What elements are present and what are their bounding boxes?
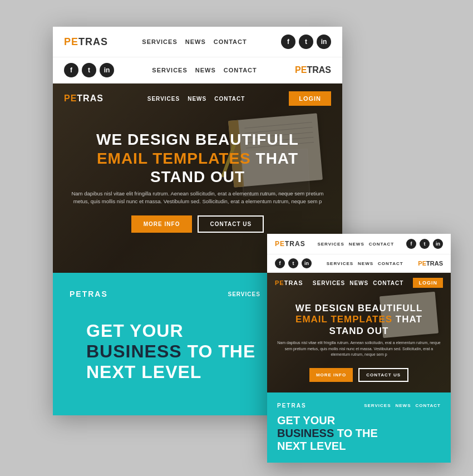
hero-subtitle: Nam dapibus nisl vitae elit fringilla ru… bbox=[70, 190, 326, 206]
sm-nav-contact-2[interactable]: CONTACT bbox=[378, 261, 403, 266]
sm-hero-subtitle: Nam dapibus nisl vitae elit fringilla ru… bbox=[277, 340, 441, 358]
contact-us-button[interactable]: CONTACT US bbox=[198, 215, 264, 233]
sm-hero-section: PETRAS SERVICES NEWS CONTACT LOGIN WE DE… bbox=[267, 273, 451, 392]
nav-services-2[interactable]: SERVICES bbox=[152, 67, 187, 73]
linkedin-icon[interactable]: in bbox=[317, 35, 331, 49]
logo-hero: PETRAS bbox=[64, 94, 104, 104]
sm-facebook-icon[interactable]: f bbox=[406, 239, 416, 249]
sm-hero-title: WE DESIGN BEAUTIFULL EMAIL TEMPLATES THA… bbox=[277, 303, 441, 337]
sm-contact-us-button[interactable]: CONTACT US bbox=[358, 368, 408, 382]
teal-brand: PETRAS bbox=[70, 289, 108, 298]
nav-second-white: f t in SERVICES NEWS CONTACT PETRAS bbox=[53, 57, 342, 84]
nav-links-second: SERVICES NEWS CONTACT bbox=[152, 67, 257, 73]
nav-links-top: SERVICES NEWS CONTACT bbox=[142, 38, 247, 45]
sm-social-icons-top: f t in bbox=[406, 239, 443, 249]
sm-hero-title-line1: WE DESIGN BEAUTIFULL bbox=[295, 303, 423, 313]
sm-teal-nav-links: SERVICES NEWS CONTACT bbox=[364, 403, 441, 408]
hero-title: WE DESIGN BEAUTIFULL EMAIL TEMPLATES THA… bbox=[70, 130, 326, 187]
sm-teal-tagline-line2: BUSINESS TO THE bbox=[277, 427, 441, 440]
sm-teal-nav: PETRAS SERVICES NEWS CONTACT bbox=[277, 403, 441, 409]
facebook-icon-2[interactable]: f bbox=[64, 63, 78, 77]
social-icons-top: f t in bbox=[281, 35, 331, 49]
sm-teal-nav-contact[interactable]: CONTACT bbox=[415, 403, 441, 408]
hero-title-line3: STAND OUT bbox=[150, 168, 245, 185]
sm-hero-nav-contact[interactable]: CONTACT bbox=[373, 280, 403, 286]
sm-nav-second-white: f t in SERVICES NEWS CONTACT PETRAS bbox=[267, 254, 451, 273]
hero-title-line1: WE DESIGN BEAUTIFULL bbox=[96, 131, 299, 148]
sm-hero-title-that: THAT bbox=[392, 314, 422, 325]
sm-hero-nav: PETRAS SERVICES NEWS CONTACT LOGIN bbox=[267, 273, 451, 293]
hero-nav-news[interactable]: NEWS bbox=[188, 96, 206, 102]
nav-contact[interactable]: CONTACT bbox=[214, 38, 247, 45]
sm-teal-nav-services[interactable]: SERVICES bbox=[364, 403, 391, 408]
sm-social-icons-second: f t in bbox=[275, 258, 312, 268]
sm-nav-news[interactable]: NEWS bbox=[349, 242, 364, 247]
sm-teal-tagline-business: BUSINESS bbox=[277, 427, 334, 439]
sm-teal-tagline-line3: NEXT LEVEL bbox=[277, 440, 441, 453]
nav-top-white: PETRAS SERVICES NEWS CONTACT f t in bbox=[53, 27, 342, 57]
sm-hero-nav-news[interactable]: NEWS bbox=[349, 280, 368, 286]
sm-more-info-button[interactable]: MORE INFO bbox=[309, 368, 353, 382]
hero-buttons: MORE INFO CONTACT US bbox=[70, 215, 326, 233]
sm-teal-tagline-line1: GET YOUR bbox=[277, 414, 441, 427]
nav-news-2[interactable]: NEWS bbox=[195, 67, 216, 73]
sm-hero-title-orange: EMAIL TEMPLATES bbox=[295, 314, 392, 325]
sm-twitter-icon[interactable]: t bbox=[420, 239, 430, 249]
sm-linkedin-icon[interactable]: in bbox=[433, 239, 443, 249]
sm-hero-nav-services[interactable]: SERVICES bbox=[313, 280, 345, 286]
logo-large-top: PETRAS bbox=[64, 36, 108, 48]
sm-nav-services-2[interactable]: SERVICES bbox=[327, 261, 353, 266]
hero-nav-services[interactable]: SERVICES bbox=[147, 96, 180, 102]
twitter-icon[interactable]: t bbox=[299, 35, 313, 49]
logo-large-second: PETRAS bbox=[295, 65, 331, 75]
canvas: PETRAS SERVICES NEWS CONTACT f t in f t … bbox=[0, 0, 473, 476]
linkedin-icon-2[interactable]: in bbox=[100, 63, 114, 77]
teal-tagline-tothe: TO THE bbox=[182, 341, 256, 361]
nav-news[interactable]: NEWS bbox=[185, 38, 206, 45]
twitter-icon-2[interactable]: t bbox=[82, 63, 96, 77]
sm-teal-brand: PETRAS bbox=[277, 403, 307, 409]
sm-logo-second: PETRAS bbox=[418, 260, 443, 267]
teal-nav-services[interactable]: SERVICES bbox=[228, 291, 260, 297]
hero-title-orange: EMAIL TEMPLATES bbox=[97, 150, 251, 167]
nav-services[interactable]: SERVICES bbox=[142, 38, 177, 45]
sm-hero-title-line3: STAND OUT bbox=[329, 326, 389, 336]
hero-nav-contact[interactable]: CONTACT bbox=[214, 96, 245, 102]
sm-hero-content: WE DESIGN BEAUTIFULL EMAIL TEMPLATES THA… bbox=[267, 293, 451, 390]
login-button[interactable]: LOGIN bbox=[289, 91, 331, 106]
sm-teal-tagline-tothe: TO THE bbox=[334, 427, 378, 439]
sm-hero-buttons: MORE INFO CONTACT US bbox=[277, 368, 441, 382]
sm-linkedin-icon-2[interactable]: in bbox=[302, 258, 312, 268]
sm-nav-contact[interactable]: CONTACT bbox=[369, 242, 395, 247]
mockup-small: PETRAS SERVICES NEWS CONTACT f t in f t … bbox=[267, 234, 451, 463]
sm-teal-section: PETRAS SERVICES NEWS CONTACT GET YOUR BU… bbox=[267, 392, 451, 463]
sm-teal-nav-news[interactable]: NEWS bbox=[395, 403, 411, 408]
sm-teal-tagline: GET YOUR BUSINESS TO THE NEXT LEVEL bbox=[277, 414, 441, 453]
social-icons-second: f t in bbox=[64, 63, 114, 77]
hero-content: WE DESIGN BEAUTIFULL EMAIL TEMPLATES THA… bbox=[53, 114, 342, 244]
facebook-icon[interactable]: f bbox=[281, 35, 295, 49]
more-info-button[interactable]: MORE INFO bbox=[131, 215, 193, 233]
sm-login-button[interactable]: LOGIN bbox=[413, 278, 443, 288]
sm-logo-hero: PETRAS bbox=[275, 279, 303, 286]
sm-nav-links-hero: SERVICES NEWS CONTACT bbox=[313, 280, 404, 286]
sm-facebook-icon-2[interactable]: f bbox=[275, 258, 285, 268]
hero-title-that: THAT bbox=[251, 150, 298, 167]
teal-tagline-business: BUSINESS bbox=[86, 341, 182, 361]
sm-nav-links-second: SERVICES NEWS CONTACT bbox=[327, 261, 403, 266]
sm-twitter-icon-2[interactable]: t bbox=[288, 258, 298, 268]
sm-nav-news-2[interactable]: NEWS bbox=[358, 261, 373, 266]
hero-nav: PETRAS SERVICES NEWS CONTACT LOGIN bbox=[53, 84, 342, 114]
nav-contact-2[interactable]: CONTACT bbox=[224, 67, 257, 73]
nav-links-hero: SERVICES NEWS CONTACT bbox=[147, 96, 245, 102]
